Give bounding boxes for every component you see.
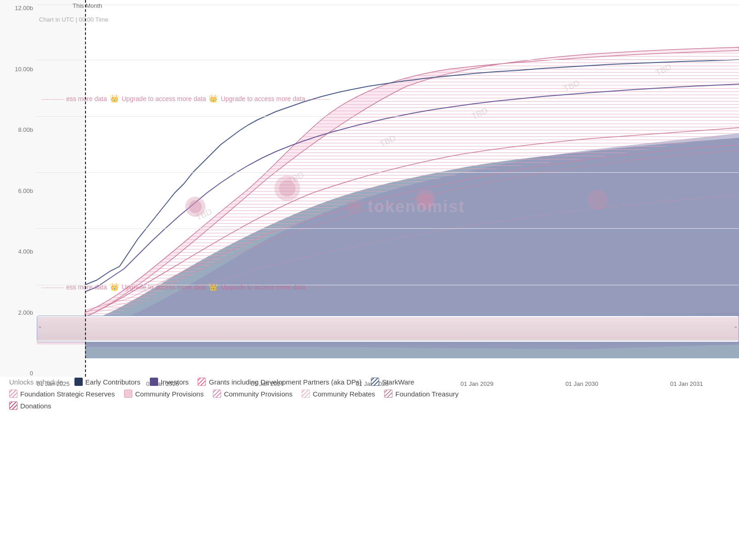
legend-item-foundation-strategic: Foundation Strategic Reserves bbox=[9, 390, 115, 398]
legend-item-donations: Donations bbox=[9, 402, 51, 410]
grid-line-10 bbox=[37, 60, 739, 60]
grid-line-6 bbox=[37, 172, 739, 173]
legend-swatch-community-provisions-2 bbox=[213, 390, 221, 398]
legend-swatch-investors bbox=[150, 378, 158, 386]
legend-label-starkware: StarkWare bbox=[382, 378, 414, 386]
grid-line-0 bbox=[37, 340, 739, 340]
legend-label-foundation-treasury: Foundation Treasury bbox=[395, 390, 459, 398]
logo-circle-inner-1 bbox=[189, 200, 202, 213]
grid-line-8 bbox=[37, 116, 739, 117]
legend-label-donations: Donations bbox=[20, 402, 51, 410]
legend-heading: Unlocks schedule bbox=[9, 378, 63, 386]
pre-line-background bbox=[0, 0, 85, 377]
legend-area: Unlocks schedule Early Contributors Inve… bbox=[0, 370, 739, 413]
legend-item-investors: Investors bbox=[150, 378, 189, 386]
legend-label-community-rebates: Community Rebates bbox=[313, 390, 375, 398]
legend-item-starkware: StarkWare bbox=[371, 378, 414, 386]
chart-utc-label: Chart in UTC | 00:00 Time bbox=[39, 16, 108, 23]
legend-label-foundation-strategic: Foundation Strategic Reserves bbox=[20, 390, 115, 398]
legend-item-community-rebates: Community Rebates bbox=[301, 390, 375, 398]
legend-swatch-community-provisions-1 bbox=[124, 390, 132, 398]
legend-item-early-contributors: Early Contributors bbox=[74, 378, 141, 386]
legend-label-grants: Grants including Development Partners (a… bbox=[209, 378, 362, 386]
grid-line-12 bbox=[37, 5, 739, 5]
chart-wrapper: 12.00b 10.00b 8.00b 6.00b 4.00b 2.00b 0 … bbox=[0, 0, 739, 413]
legend-item-foundation-treasury: Foundation Treasury bbox=[384, 390, 459, 398]
logo-circle-inner-3 bbox=[419, 193, 432, 206]
legend-label-investors: Investors bbox=[161, 378, 189, 386]
legend-item-community-provisions-2: Community Provisions bbox=[213, 390, 292, 398]
legend-label-community-provisions-1: Community Provisions bbox=[135, 390, 204, 398]
legend-label-community-provisions-2: Community Provisions bbox=[224, 390, 292, 398]
legend-item-community-provisions-1: Community Provisions bbox=[124, 390, 204, 398]
legend-swatch-foundation-treasury bbox=[384, 390, 392, 398]
legend-swatch-donations bbox=[9, 402, 17, 410]
legend-row-3: Donations bbox=[9, 402, 739, 410]
legend-swatch-grants bbox=[198, 378, 206, 386]
logo-circle-inner-2 bbox=[279, 180, 296, 197]
legend-label-early-contributors: Early Contributors bbox=[85, 378, 141, 386]
scrollbar-handle-right[interactable]: " bbox=[735, 326, 737, 332]
legend-swatch-foundation-strategic bbox=[9, 390, 17, 398]
current-month-line bbox=[85, 0, 86, 377]
legend-row-1: Unlocks schedule Early Contributors Inve… bbox=[9, 378, 739, 386]
legend-item-grants: Grants including Development Partners (a… bbox=[198, 378, 362, 386]
grid-line-2 bbox=[37, 285, 739, 285]
legend-swatch-early-contributors bbox=[74, 378, 83, 386]
logo-circle-4 bbox=[587, 190, 608, 210]
legend-swatch-community-rebates bbox=[301, 390, 310, 398]
grid-line-4 bbox=[37, 228, 739, 229]
legend-swatch-starkware bbox=[371, 378, 379, 386]
legend-row-2: Foundation Strategic Reserves Community … bbox=[9, 390, 739, 398]
scrollbar-track bbox=[37, 317, 739, 341]
scrollbar[interactable]: " " bbox=[37, 316, 739, 342]
this-month-label: This Month bbox=[73, 2, 102, 9]
